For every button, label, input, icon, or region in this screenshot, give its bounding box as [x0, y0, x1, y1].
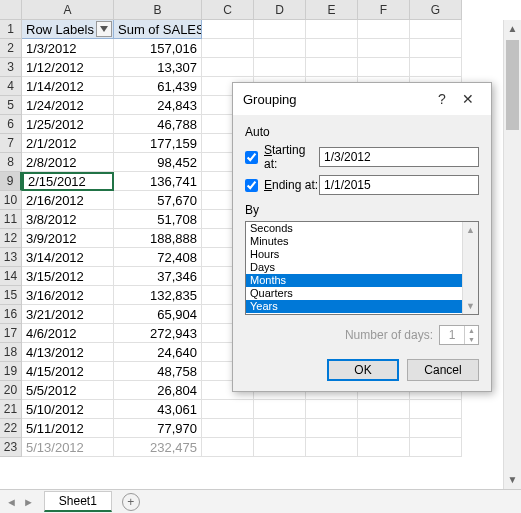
cell[interactable] — [254, 400, 306, 419]
cell-A13[interactable]: 3/14/2012 — [22, 248, 114, 267]
row-header-10[interactable]: 10 — [0, 191, 22, 210]
select-all-corner[interactable] — [0, 0, 22, 20]
cell-A21[interactable]: 5/10/2012 — [22, 400, 114, 419]
col-header-F[interactable]: F — [358, 0, 410, 20]
listbox-scroll-down-icon[interactable]: ▼ — [463, 298, 478, 314]
cell-A14[interactable]: 3/15/2012 — [22, 267, 114, 286]
by-option-minutes[interactable]: Minutes — [246, 235, 462, 248]
row-header-7[interactable]: 7 — [0, 134, 22, 153]
row-header-22[interactable]: 22 — [0, 419, 22, 438]
cell-B23[interactable]: 232,475 — [114, 438, 202, 457]
row-header-21[interactable]: 21 — [0, 400, 22, 419]
by-option-quarters[interactable]: Quarters — [246, 287, 462, 300]
close-icon[interactable]: ✕ — [455, 91, 481, 107]
col-header-D[interactable]: D — [254, 0, 306, 20]
cell-B15[interactable]: 132,835 — [114, 286, 202, 305]
listbox-scroll-up-icon[interactable]: ▲ — [463, 222, 478, 238]
spinner-down-icon[interactable]: ▼ — [465, 335, 478, 344]
ending-at-checkbox[interactable] — [245, 179, 258, 192]
cell-B11[interactable]: 51,708 — [114, 210, 202, 229]
cell[interactable] — [306, 438, 358, 457]
cell[interactable] — [358, 20, 410, 39]
scroll-down-icon[interactable]: ▼ — [504, 471, 521, 489]
cell-B10[interactable]: 57,670 — [114, 191, 202, 210]
tab-nav-next-icon[interactable]: ► — [23, 496, 34, 508]
by-option-months[interactable]: Months — [246, 274, 462, 287]
cell[interactable] — [202, 20, 254, 39]
cell-B3[interactable]: 13,307 — [114, 58, 202, 77]
cell[interactable] — [358, 438, 410, 457]
row-header-15[interactable]: 15 — [0, 286, 22, 305]
add-sheet-icon[interactable]: + — [122, 493, 140, 511]
row-header-1[interactable]: 1 — [0, 20, 22, 39]
cell-B9[interactable]: 136,741 — [114, 172, 202, 191]
cell-A6[interactable]: 1/25/2012 — [22, 115, 114, 134]
cell-A5[interactable]: 1/24/2012 — [22, 96, 114, 115]
cell[interactable] — [306, 400, 358, 419]
cell[interactable] — [202, 400, 254, 419]
cell-B20[interactable]: 26,804 — [114, 381, 202, 400]
pivot-header-rowlabels[interactable]: Row Labels — [22, 20, 114, 39]
filter-dropdown-icon[interactable] — [96, 21, 112, 37]
cell-B19[interactable]: 48,758 — [114, 362, 202, 381]
cell[interactable] — [254, 419, 306, 438]
listbox-scrollbar[interactable]: ▲ ▼ — [462, 222, 478, 314]
scroll-up-icon[interactable]: ▲ — [504, 20, 521, 38]
cell-A18[interactable]: 4/13/2012 — [22, 343, 114, 362]
col-header-C[interactable]: C — [202, 0, 254, 20]
by-option-days[interactable]: Days — [246, 261, 462, 274]
cell[interactable] — [410, 58, 462, 77]
cell-B6[interactable]: 46,788 — [114, 115, 202, 134]
row-header-5[interactable]: 5 — [0, 96, 22, 115]
row-header-8[interactable]: 8 — [0, 153, 22, 172]
cell[interactable] — [410, 20, 462, 39]
cell[interactable] — [254, 438, 306, 457]
dialog-titlebar[interactable]: Grouping ? ✕ — [233, 83, 491, 115]
vertical-scrollbar[interactable]: ▲ ▼ — [503, 20, 521, 489]
cell-A17[interactable]: 4/6/2012 — [22, 324, 114, 343]
cell[interactable] — [306, 58, 358, 77]
cell-A23[interactable]: 5/13/2012 — [22, 438, 114, 457]
row-header-2[interactable]: 2 — [0, 39, 22, 58]
cell-B16[interactable]: 65,904 — [114, 305, 202, 324]
pivot-header-sumsales[interactable]: Sum of SALES — [114, 20, 202, 39]
cell-A15[interactable]: 3/16/2012 — [22, 286, 114, 305]
row-header-6[interactable]: 6 — [0, 115, 22, 134]
cell-A3[interactable]: 1/12/2012 — [22, 58, 114, 77]
cell-B14[interactable]: 37,346 — [114, 267, 202, 286]
cell[interactable] — [254, 58, 306, 77]
cell[interactable] — [306, 39, 358, 58]
row-header-14[interactable]: 14 — [0, 267, 22, 286]
cell-B12[interactable]: 188,888 — [114, 229, 202, 248]
row-header-20[interactable]: 20 — [0, 381, 22, 400]
col-header-A[interactable]: A — [22, 0, 114, 20]
row-header-19[interactable]: 19 — [0, 362, 22, 381]
row-header-4[interactable]: 4 — [0, 77, 22, 96]
by-option-years[interactable]: Years — [246, 300, 462, 313]
cell-A11[interactable]: 3/8/2012 — [22, 210, 114, 229]
cell[interactable] — [410, 400, 462, 419]
tab-nav-prev-icon[interactable]: ◄ — [6, 496, 17, 508]
cell[interactable] — [202, 39, 254, 58]
cell[interactable] — [410, 419, 462, 438]
cell-A7[interactable]: 2/1/2012 — [22, 134, 114, 153]
cell-A12[interactable]: 3/9/2012 — [22, 229, 114, 248]
col-header-G[interactable]: G — [410, 0, 462, 20]
row-header-9[interactable]: 9 — [0, 172, 22, 191]
ending-at-input[interactable] — [319, 175, 479, 195]
cell-A2[interactable]: 1/3/2012 — [22, 39, 114, 58]
by-listbox[interactable]: SecondsMinutesHoursDaysMonthsQuartersYea… — [245, 221, 479, 315]
cell[interactable] — [254, 39, 306, 58]
cell[interactable] — [358, 39, 410, 58]
cell[interactable] — [202, 58, 254, 77]
by-option-hours[interactable]: Hours — [246, 248, 462, 261]
cell-A20[interactable]: 5/5/2012 — [22, 381, 114, 400]
cell-B2[interactable]: 157,016 — [114, 39, 202, 58]
cell-B8[interactable]: 98,452 — [114, 153, 202, 172]
cell[interactable] — [254, 20, 306, 39]
cell-A8[interactable]: 2/8/2012 — [22, 153, 114, 172]
cell-B22[interactable]: 77,970 — [114, 419, 202, 438]
scroll-thumb[interactable] — [506, 40, 519, 130]
row-header-18[interactable]: 18 — [0, 343, 22, 362]
col-header-E[interactable]: E — [306, 0, 358, 20]
